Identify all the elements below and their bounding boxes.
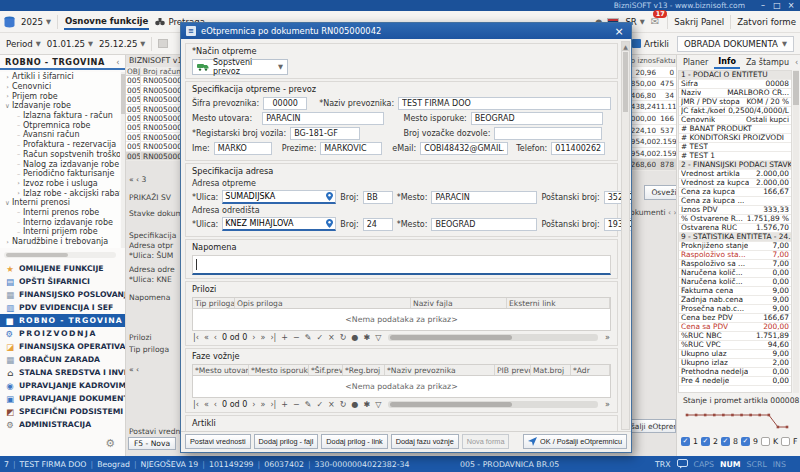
table-row[interactable]: 005RN0050000 <box>126 142 181 151</box>
tree-item-izlaz-robe-akcijski-rabat[interactable]: ›Izlaz robe - akcijski rabat <box>0 188 120 198</box>
nav-insert-icon[interactable]: + <box>281 400 288 409</box>
tree-item-izvoz-robe-i-usluga[interactable]: ›Izvoz robe i usluga <box>0 179 120 189</box>
dialog-titlebar[interactable]: ≡ eOtpremnica po dokumentu RN005000042 × <box>181 23 631 39</box>
minimize-icon[interactable]: – <box>757 1 769 11</box>
info-row[interactable]: Ostvarena RUC1.576,70 <box>679 224 791 233</box>
nav-filter-icon[interactable]: ▽ <box>375 400 381 409</box>
nav-prior-page-icon[interactable]: « <box>204 400 209 409</box>
module-stalna-sredstva-i-inventar[interactable]: ⌂STALNA SREDSTVA I INVENTAR <box>0 366 125 379</box>
table-row[interactable]: 850,00475 <box>630 78 676 90</box>
nav-goto-bookmark-icon[interactable]: ✱ <box>363 333 370 342</box>
maximize-icon[interactable]: □ <box>771 1 783 11</box>
mesto-utovara-field[interactable] <box>262 112 384 125</box>
nav-first-icon[interactable]: |‹ <box>193 400 199 409</box>
nav-last-icon[interactable]: ›| <box>270 400 276 409</box>
info-row[interactable]: JC fakt./koef./...0,2500/4,0000/L <box>679 107 791 116</box>
scroll-right-icon[interactable]: » <box>605 400 610 409</box>
mesto-otpreme-field[interactable] <box>431 191 537 204</box>
table-row[interactable]: 005RN0050000 <box>126 76 181 85</box>
info-row[interactable]: Šifra00008 <box>679 80 791 89</box>
tree-item-cenovnici[interactable]: ›Cenovnici <box>0 82 120 92</box>
f5-nova-button[interactable]: F5 - Nova <box>128 437 176 450</box>
table-row[interactable]: 005RN0050000 <box>126 114 181 123</box>
napomena-textarea[interactable] <box>192 255 611 275</box>
column-header-reg-broj[interactable]: *Reg.broj <box>343 365 385 375</box>
nav-refresh-icon[interactable]: ↻ <box>340 333 347 342</box>
broj-otpreme-field[interactable] <box>363 191 393 204</box>
nav-post-icon[interactable]: ✓ <box>316 400 323 409</box>
checkbox-8[interactable]: ✓ <box>721 437 730 446</box>
info-row[interactable]: % Ostvarene R...1.751,89 % <box>679 215 791 224</box>
scroll-right-icon[interactable]: » <box>605 333 610 342</box>
tree-item-ra-un-sopstvenih-tro-kova[interactable]: –Račun sopstvenih troškova <box>0 150 120 160</box>
info-row[interactable]: Pre 4 nedelje0,00 <box>679 377 791 386</box>
email-field[interactable] <box>420 142 508 155</box>
sakrij-panel-button[interactable]: Sakrij Panel <box>674 17 724 27</box>
horizontal-scrollbar[interactable] <box>388 334 598 341</box>
module-op-ti-ifarnici[interactable]: ▤OPŠTI ŠIFARNICI <box>0 275 125 288</box>
module-finansijsko-poslovanje[interactable]: ▦FINANSIJSKO POSLOVANJE <box>0 288 125 301</box>
nav-first-icon[interactable]: |‹ <box>193 333 199 342</box>
info-row[interactable]: Vrednost artikla2.000,00 <box>679 170 791 179</box>
info-row[interactable]: Cena sa PDV200,00 <box>679 323 791 332</box>
info-row[interactable]: Naručena količ...0,00 <box>679 269 791 278</box>
posalji-button-clipped[interactable]: šalji eOtpremnicu <box>630 419 676 433</box>
info-row[interactable]: %RUC VPC94,60 <box>679 341 791 350</box>
tree-item-artikli-i-ifarnici[interactable]: ›Artikli i šifarnici <box>0 72 120 82</box>
info-row[interactable]: JMR / PDV stopaKOM / 20 % <box>679 98 791 107</box>
year-select[interactable]: 2025▼ <box>21 17 51 27</box>
button-ok-po-alji-eotpremnicu[interactable]: OK / Pošalji eOtpremnicu <box>523 434 627 449</box>
nav-refresh-icon[interactable]: ↻ <box>340 400 347 409</box>
column-header-mat-broj[interactable]: Mat.broj <box>531 365 571 375</box>
table-row[interactable]: 954,002.159 <box>630 136 676 148</box>
nav-bookmark-icon[interactable]: ● <box>352 333 359 342</box>
module-omiljene-funkcije[interactable]: ★OMILJENE FUNKCIJE <box>0 262 125 275</box>
table-row[interactable]: 954,002.159 <box>630 148 676 160</box>
button-dodaj-prilog-link[interactable]: Dodaj prilog - link <box>321 434 387 449</box>
zatvori-forme-button[interactable]: Zatvori forme <box>737 17 796 27</box>
module-robno-trgovina[interactable]: ■ROBNO - TRGOVINA <box>0 314 125 327</box>
mesto-isporuke-field[interactable] <box>471 112 603 125</box>
module-obra-un-zarada[interactable]: ▦OBRAČUN ZARADA <box>0 353 125 366</box>
column-header-adr[interactable]: *Adr <box>571 365 610 375</box>
telefon-field[interactable] <box>551 142 605 155</box>
checkbox-9[interactable]: ✓ <box>741 437 750 446</box>
nav-last-icon[interactable]: ›| <box>270 333 276 342</box>
tree-horizontal-scrollbar[interactable] <box>4 252 116 258</box>
tree-item-interno-izdavanje-robe[interactable]: –Interno izdavanje robe <box>0 217 120 227</box>
info-row[interactable]: Prosečna nab.c...9,00 <box>679 305 791 314</box>
info-row[interactable]: NazivMARLBORO CR... <box>679 89 791 98</box>
info-row[interactable]: Prethodna nedelja0,00 <box>679 368 791 377</box>
map-pin-icon[interactable] <box>326 192 333 201</box>
info-row[interactable]: # KONDITORSKI PROIZVODI MP <box>679 134 791 143</box>
column-header-mesto-isporuke[interactable]: *Mesto isporuke <box>249 365 309 375</box>
tree-item-otpremnica-robe[interactable]: –Otpremnica robe <box>0 120 120 130</box>
tab-za-tampu[interactable]: Za štampu <box>742 57 793 68</box>
tree-vertical-scrollbar[interactable] <box>121 72 125 248</box>
obrada-dokumenta-select[interactable]: OBRADA DOKUMENTA▼ <box>677 36 794 52</box>
nav-bookmark-icon[interactable]: ● <box>352 400 359 409</box>
broj-odredista-field[interactable] <box>363 218 393 231</box>
sifra-prevoznika-field[interactable] <box>263 97 307 110</box>
nav-goto-bookmark-icon[interactable]: ✱ <box>363 400 370 409</box>
print-icon[interactable] <box>158 39 168 48</box>
ulica-odredista-field[interactable] <box>222 217 336 231</box>
nav-edit-icon[interactable]: ✎ <box>305 333 312 342</box>
osvezi-button[interactable]: Osveži <box>644 185 676 200</box>
vozacka-dozvola-field[interactable] <box>494 127 602 140</box>
nacin-otpreme-select[interactable]: Sopstveni prevoz ▼ <box>192 59 288 75</box>
checkbox-2[interactable]: ✓ <box>701 437 710 446</box>
tab-prev-icon[interactable]: ‹ <box>795 58 798 67</box>
dialog-close-icon[interactable]: × <box>612 25 626 38</box>
info-row[interactable]: CenovnikOstali kupci <box>679 116 791 125</box>
close-icon[interactable]: × <box>785 1 797 11</box>
nav-cancel-icon[interactable]: × <box>328 333 335 342</box>
info-row[interactable]: Vrednost za kupca2.000,00 <box>679 179 791 188</box>
info-row[interactable]: Iznos PDV333,33 <box>679 206 791 215</box>
column-header-if-prev[interactable]: *Šif.prev <box>309 365 343 375</box>
tree-item-prijem-robe[interactable]: ›Prijem robe <box>0 91 120 101</box>
info-row[interactable]: Raspoloživo sa ...7,00 <box>679 260 791 269</box>
column-header-naziv-fajla[interactable]: Naziv fajla <box>411 298 507 308</box>
tab-planer[interactable]: Planer <box>679 57 712 68</box>
info-row[interactable]: Raspoloživo sta...7,00 <box>679 251 791 260</box>
